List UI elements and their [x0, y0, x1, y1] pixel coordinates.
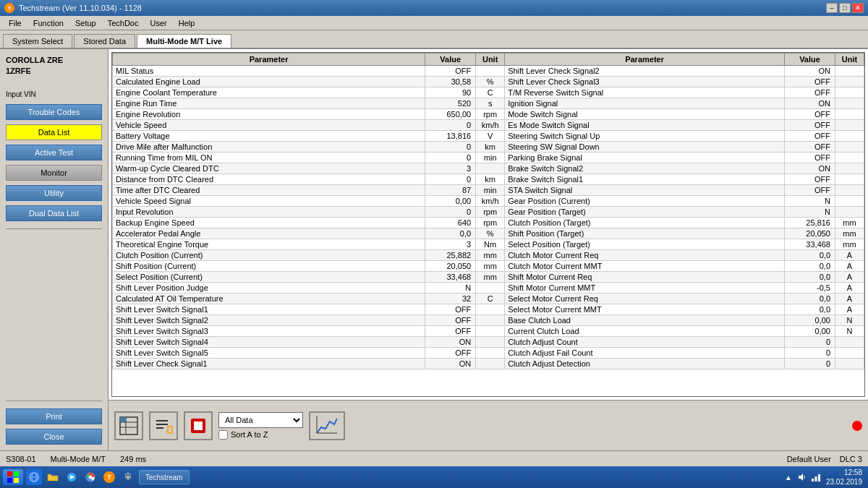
table-row: Engine Revolution 650,00 rpm Mode Switch… — [113, 109, 864, 120]
toolbar-edit-btn[interactable] — [149, 411, 178, 440]
toolbar-table-btn[interactable] — [114, 411, 143, 440]
toolbar-stop-btn[interactable] — [184, 411, 213, 440]
minimize-btn[interactable]: – — [826, 3, 838, 13]
menu-techdoc[interactable]: TechDoc — [102, 18, 145, 28]
car-info: COROLLA ZRE1ZRFE — [6, 55, 102, 77]
start-button[interactable] — [3, 469, 23, 485]
taskbar-arrow-icon[interactable]: ▲ — [783, 471, 794, 483]
sort-checkbox[interactable] — [218, 430, 228, 440]
param-left: Shift Lever Check Signal1 — [113, 359, 425, 369]
menu-function[interactable]: Function — [27, 18, 69, 28]
unit-right: A — [835, 283, 864, 294]
status-user: Default User — [787, 455, 831, 463]
value-left: 33,468 — [425, 272, 476, 283]
taskbar-techstream-icon[interactable]: T — [101, 469, 117, 485]
app-icon: T — [4, 3, 14, 13]
param-left: Distance from DTC Cleared — [113, 174, 425, 185]
value-left: 0 — [425, 120, 476, 131]
unit-right: A — [835, 272, 864, 283]
unit-left: % — [476, 228, 505, 239]
unit-right: A — [835, 261, 864, 272]
unit-left — [476, 326, 505, 337]
status-bar: S308-01 Multi-Mode M/T 249 ms Default Us… — [0, 450, 868, 466]
svg-rect-16 — [7, 478, 12, 483]
table-row: Theoretical Engine Torque 3 Nm Select Po… — [113, 239, 864, 250]
record-indicator — [852, 421, 862, 431]
taskbar-settings-icon[interactable] — [120, 469, 136, 485]
unit-left: mm — [476, 250, 505, 261]
unit-left: mm — [476, 272, 505, 283]
tab-system-select[interactable]: System Select — [3, 34, 72, 48]
graph-btn[interactable] — [309, 411, 345, 440]
close-btn-sidebar[interactable]: Close — [6, 429, 102, 445]
menu-bar: File Function Setup TechDoc User Help — [0, 16, 868, 30]
media-icon — [66, 471, 77, 483]
settings-icon — [122, 471, 134, 483]
param-left: Calculated AT Oil Temperature — [113, 294, 425, 304]
svg-point-24 — [89, 476, 93, 479]
unit-left — [476, 283, 505, 294]
maximize-btn[interactable]: □ — [839, 3, 851, 13]
data-list-btn[interactable]: Data List — [6, 124, 102, 140]
taskbar-folder-icon[interactable] — [45, 469, 61, 485]
taskbar-media-icon[interactable] — [64, 469, 80, 485]
menu-setup[interactable]: Setup — [69, 18, 102, 28]
svg-rect-27 — [812, 479, 814, 481]
taskbar-chrome-icon[interactable] — [82, 469, 98, 485]
trouble-codes-btn[interactable]: Trouble Codes — [6, 104, 102, 120]
table-row: Shift Lever Position Judge N Shift Motor… — [113, 283, 864, 294]
content-area: COROLLA ZRE1ZRFE Input VIN Trouble Codes… — [0, 49, 868, 450]
value-right: ON — [785, 98, 835, 109]
param-left: Running Time from MIL ON — [113, 153, 425, 163]
unit-left — [476, 304, 505, 315]
taskbar-ie-icon[interactable] — [26, 469, 42, 485]
sidebar-divider-2 — [6, 401, 102, 401]
stop-icon — [188, 416, 208, 436]
menu-user[interactable]: User — [144, 18, 172, 28]
unit-left: rpm — [476, 109, 505, 120]
dual-data-list-btn[interactable]: Dual Data List — [6, 205, 102, 221]
value-left: OFF — [425, 315, 476, 326]
status-mode: Multi-Mode M/T — [51, 455, 106, 463]
value-right: 0 — [785, 359, 835, 369]
menu-file[interactable]: File — [3, 18, 27, 28]
value-left: 0 — [425, 153, 476, 163]
value-right: 20,050 — [785, 228, 835, 239]
data-table-wrapper[interactable]: Parameter Value Unit Parameter Value Uni… — [111, 52, 865, 397]
taskbar-clock: 12:58 23.02.2019 — [826, 468, 862, 487]
svg-rect-7 — [156, 427, 163, 429]
monitor-btn[interactable]: Monitor — [6, 165, 102, 181]
param-right: Brake Switch Signal2 — [505, 163, 785, 174]
param-right: Clutch Adjust Count — [505, 337, 785, 348]
unit-right — [835, 153, 864, 163]
value-right: N — [785, 196, 835, 207]
filter-select[interactable]: All Data On Board Monitor User Defined — [218, 412, 303, 428]
unit-right — [835, 185, 864, 196]
table-row: Shift Position (Current) 20,050 mm Clutc… — [113, 261, 864, 272]
col-parameter-left: Parameter — [113, 53, 425, 66]
svg-marker-8 — [168, 427, 172, 433]
active-test-btn[interactable]: Active Test — [6, 145, 102, 160]
taskbar-app-label[interactable]: Techstream — [139, 470, 190, 484]
title-bar: T Techstream (Ver 11.10.034) - 1128 – □ … — [0, 0, 868, 16]
value-right: 0 — [785, 337, 835, 348]
param-right: Clutch Adjust Fail Count — [505, 348, 785, 359]
print-btn[interactable]: Print — [6, 408, 102, 424]
col-value-left: Value — [425, 53, 476, 66]
status-dlc: DLC 3 — [840, 455, 862, 463]
value-left: 0,0 — [425, 228, 476, 239]
taskbar-network-icon[interactable] — [810, 471, 822, 483]
close-btn[interactable]: ✕ — [852, 3, 864, 13]
param-left: Theoretical Engine Torque — [113, 239, 425, 250]
tab-multi-mode[interactable]: Multi-Mode M/T Live — [137, 34, 231, 48]
unit-right: mm — [835, 239, 864, 250]
svg-rect-6 — [156, 424, 168, 425]
tab-stored-data[interactable]: Stored Data — [74, 34, 135, 48]
taskbar-speaker-icon[interactable] — [796, 471, 808, 483]
menu-help[interactable]: Help — [173, 18, 201, 28]
table-row: Time after DTC Cleared 87 min STA Switch… — [113, 185, 864, 196]
edit-icon — [153, 416, 174, 436]
utility-btn[interactable]: Utility — [6, 185, 102, 201]
input-vin-label: Input VIN — [6, 90, 102, 98]
value-left: ON — [425, 337, 476, 348]
